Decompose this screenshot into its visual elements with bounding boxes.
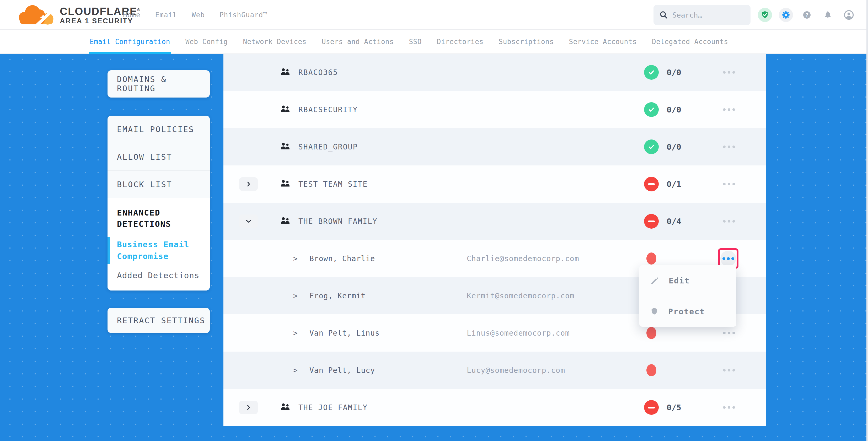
svg-text:?: ? — [805, 12, 808, 18]
member-arrow: > — [293, 240, 298, 277]
tab-email-configuration[interactable]: Email Configuration — [90, 30, 170, 54]
row-menu-button[interactable] — [723, 128, 735, 165]
sidebar-item-business-email-compromise[interactable]: Business Email Compromise — [117, 239, 196, 262]
groups-table: RBACO365 0/0 RBACSECURITY — [223, 54, 766, 426]
check-icon — [647, 68, 655, 76]
sidebar-card-retract-settings: RETRACT SETTINGS — [107, 308, 210, 333]
ellipsis-icon — [720, 251, 736, 266]
member-status-dot — [646, 252, 656, 264]
row-menu-button[interactable] — [723, 91, 735, 128]
protected-count: 0/1 — [666, 165, 681, 203]
context-menu-item-protect[interactable]: Protect — [639, 296, 736, 327]
header-icons: ? — [758, 0, 856, 30]
group-name: RBACSECURITY — [299, 91, 358, 128]
row-menu-button[interactable] — [723, 165, 735, 203]
help-icon[interactable]: ? — [800, 8, 814, 22]
protected-count: 0/0 — [666, 128, 681, 165]
table-row[interactable]: TEST TEAM SITE 0/1 — [223, 165, 766, 203]
row-menu-button[interactable] — [723, 389, 735, 426]
group-name: TEST TEAM SITE — [299, 165, 368, 203]
row-menu-button[interactable] — [723, 352, 735, 389]
member-arrow: > — [293, 277, 298, 314]
tab-web-config[interactable]: Web Config — [185, 30, 228, 54]
table-row[interactable]: THE JOE FAMILY 0/5 — [223, 389, 766, 426]
group-people-icon — [280, 141, 290, 151]
top-nav-link-web[interactable]: Web — [192, 11, 205, 19]
tab-sso[interactable]: SSO — [409, 30, 422, 54]
bell-icon[interactable] — [821, 8, 835, 22]
expand-toggle-button[interactable] — [239, 401, 258, 414]
search-icon — [659, 10, 668, 20]
status-badge — [644, 65, 659, 80]
group-people-icon — [280, 67, 290, 76]
tab-directories[interactable]: Directories — [437, 30, 484, 54]
table-row[interactable]: SHARED_GROUP 0/0 — [223, 128, 766, 165]
active-indicator-bar — [107, 237, 110, 264]
sidebar-item-domains-routing[interactable]: DOMAINS & ROUTING — [107, 70, 210, 98]
group-people-icon — [280, 402, 290, 411]
member-status-dot — [646, 327, 656, 339]
sidebar-policy-list: EMAIL POLICIESALLOW LISTBLOCK LIST — [107, 116, 210, 198]
context-menu-item-label: Protect — [668, 307, 705, 316]
member-name: Brown, Charlie — [309, 240, 375, 277]
search-input[interactable] — [672, 11, 746, 19]
scrollbar-track[interactable] — [866, 0, 868, 441]
tab-service-accounts[interactable]: Service Accounts — [569, 30, 637, 54]
sidebar-item-added-detections[interactable]: Added Detections — [117, 271, 200, 280]
minus-icon — [648, 220, 655, 222]
member-arrow: > — [293, 314, 298, 352]
table-row[interactable]: RBACSECURITY 0/0 — [223, 91, 766, 128]
row-menu-button[interactable] — [723, 203, 735, 240]
member-email: Lucy@somedemocorp.com — [467, 352, 565, 389]
search-box — [653, 5, 750, 25]
status-badge — [644, 102, 659, 117]
expand-toggle-button[interactable] — [239, 177, 258, 191]
member-email: Charlie@somedemocorp.com — [467, 240, 579, 277]
section-tabbar: Email ConfigurationWeb ConfigNetwork Dev… — [0, 30, 868, 54]
member-email: Kermit@somedemocorp.com — [467, 277, 575, 314]
group-people-icon — [280, 104, 290, 114]
top-nav-link-email[interactable]: Email — [155, 11, 177, 19]
group-name: THE BROWN FAMILY — [299, 203, 378, 240]
tab-delegated-accounts[interactable]: Delegated Accounts — [652, 30, 728, 54]
account-icon[interactable] — [842, 8, 856, 22]
tab-network-devices[interactable]: Network Devices — [243, 30, 306, 54]
member-name: Van Pelt, Linus — [309, 314, 380, 352]
chevron-icon — [245, 218, 252, 225]
tab-users-and-actions[interactable]: Users and Actions — [322, 30, 394, 54]
pencil-icon — [650, 276, 659, 286]
status-badge — [644, 139, 659, 154]
protected-count: 0/5 — [666, 389, 681, 426]
sidebar-item-block-list[interactable]: BLOCK LIST — [107, 171, 210, 198]
sidebar-item-email-policies[interactable]: EMAIL POLICIES — [107, 116, 210, 143]
top-nav-link-phishguard[interactable]: PhishGuard™ — [219, 11, 268, 19]
gear-icon[interactable] — [779, 8, 793, 22]
sidebar-item-enhanced-detections[interactable]: ENHANCED DETECTIONS — [117, 207, 199, 230]
minus-icon — [648, 407, 655, 408]
expand-toggle-button[interactable] — [239, 215, 258, 228]
member-email: Linus@somedemocorp.com — [467, 314, 570, 352]
sidebar-item-retract-settings[interactable]: RETRACT SETTINGS — [107, 308, 210, 333]
member-name: Frog, Kermit — [309, 277, 366, 314]
group-name: SHARED_GROUP — [299, 128, 358, 165]
sidebar-card-domains-routing: DOMAINS & ROUTING — [107, 70, 210, 98]
context-menu-item-edit[interactable]: Edit — [639, 265, 736, 296]
group-people-icon — [280, 179, 290, 188]
sidebar-item-allow-list[interactable]: ALLOW LIST — [107, 143, 210, 171]
table-row[interactable]: RBACO365 0/0 — [223, 54, 766, 91]
top-nav-link-home[interactable]: Home — [123, 11, 141, 19]
table-row[interactable]: THE BROWN FAMILY 0/4 — [223, 203, 766, 240]
context-menu-item-label: Edit — [669, 276, 690, 285]
table-row[interactable]: > Van Pelt, Lucy Lucy@somedemocorp.com — [223, 352, 766, 389]
tab-subscriptions[interactable]: Subscriptions — [499, 30, 554, 54]
chevron-icon — [245, 181, 252, 187]
member-arrow: > — [293, 352, 298, 389]
member-name: Van Pelt, Lucy — [309, 352, 375, 389]
cloudflare-logo[interactable]: CLOUDFLARE® AREA 1 SECURITY — [17, 3, 141, 27]
row-menu-button[interactable] — [723, 54, 735, 91]
shield-check-icon[interactable] — [758, 8, 772, 22]
chevron-icon — [245, 404, 252, 411]
protected-count: 0/4 — [666, 203, 681, 240]
status-badge — [644, 214, 659, 229]
group-name: RBACO365 — [299, 54, 338, 91]
